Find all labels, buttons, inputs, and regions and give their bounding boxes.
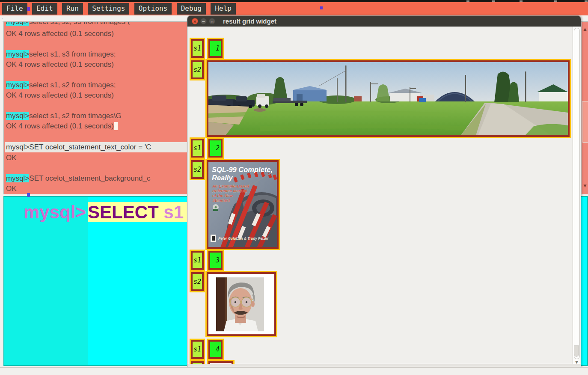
history-line: mysql>SET ocelot_statement_background_c	[6, 173, 151, 184]
menu-options[interactable]: Options	[134, 3, 172, 15]
grid-cell-s1-row1[interactable]: 1	[207, 38, 224, 59]
svg-text:of the New: of the New	[212, 193, 233, 198]
sql-keyword: SELECT	[88, 202, 159, 222]
grid-cell-s1-row2[interactable]: 2	[207, 137, 224, 159]
menu-bar: File Edit Run Settings Options Debug Hel…	[0, 2, 588, 15]
history-scrollbar[interactable]: ▲ ▼	[581, 22, 588, 194]
result-grid-window[interactable]: ✕ − ▫ result grid widget s1 1 s2	[187, 15, 581, 367]
svg-text:SQL-99 Complete,: SQL-99 Complete,	[212, 166, 273, 173]
mysql-prompt: mysql>	[6, 112, 29, 120]
menu-run[interactable]: Run	[62, 3, 83, 15]
scroll-up-icon[interactable]: ▲	[583, 27, 587, 31]
history-line: mysql>select s1, s3 from timages;	[6, 49, 116, 60]
cursor-marker-icon	[27, 193, 30, 197]
tray-icon	[520, 0, 523, 2]
bottom-strip	[0, 367, 588, 375]
mysql-prompt: mysql>	[24, 200, 88, 224]
window-title: result grid widget	[223, 17, 276, 26]
window-titlebar[interactable]: ✕ − ▫ result grid widget	[187, 16, 581, 27]
menu-help[interactable]: Help	[211, 3, 236, 15]
grid-cell-s2-row1[interactable]	[205, 59, 571, 138]
mysql-prompt: mysql>	[6, 174, 29, 182]
result-grid-scrollbar[interactable]: ▼	[573, 27, 580, 364]
menu-settings[interactable]: Settings	[88, 3, 129, 15]
history-line: OK 4 rows affected (0.1 seconds)	[6, 29, 114, 39]
grid-cell-s1-row4[interactable]: 4	[207, 339, 224, 360]
mysql-prompt: mysql>	[6, 81, 29, 89]
grid-header-s2[interactable]: s2	[190, 59, 205, 80]
svg-text:An Example-Based: An Example-Based	[212, 184, 249, 188]
close-icon[interactable]: ✕	[192, 18, 198, 24]
tray-icon	[492, 0, 495, 2]
scroll-down-icon[interactable]: ▼	[583, 184, 587, 188]
minimize-icon[interactable]: −	[200, 18, 207, 24]
history-line: OK	[6, 184, 17, 194]
text-cursor	[114, 122, 118, 130]
svg-text:Really: Really	[212, 174, 233, 182]
history-line: mysql>select s1, s2, s3 from timages (	[6, 21, 130, 27]
menu-debug[interactable]: Debug	[177, 3, 206, 15]
grid-cell-s2-row2[interactable]: SQL-99 Complete, Really An Example-Based…	[205, 159, 280, 250]
scrollbar-thumb[interactable]	[574, 28, 580, 359]
history-line: OK 4 rows affected (0.1 seconds)	[6, 60, 114, 70]
grid-header-s2[interactable]: s2	[190, 271, 205, 292]
mysql-prompt: mysql>	[6, 50, 29, 58]
tray-icon	[585, 0, 588, 2]
landscape-photo	[208, 62, 568, 135]
cursor-marker-icon	[27, 7, 30, 11]
result-grid: s1 1 s2	[188, 27, 580, 364]
grid-header-s1[interactable]: s1	[190, 250, 205, 271]
grid-header-s1[interactable]: s1	[190, 339, 205, 360]
book-cover-photo: SQL-99 Complete, Really An Example-Based…	[208, 162, 277, 247]
history-scrollbar-thumb[interactable]	[582, 101, 588, 143]
menu-edit[interactable]: Edit	[32, 3, 57, 15]
history-line: mysql>select s1, s2 from timages\G	[6, 111, 122, 121]
svg-text:Reference Manual: Reference Manual	[212, 188, 247, 193]
tray-icon	[466, 0, 469, 2]
grid-cell-s2-row3[interactable]	[205, 271, 277, 337]
tray-icon	[554, 0, 557, 2]
grid-header-s1[interactable]: s1	[190, 137, 205, 159]
svg-text:Peter Gulutzan & Trudy Pelzer: Peter Gulutzan & Trudy Pelzer	[218, 237, 269, 241]
mysql-prompt: mysql>	[6, 21, 29, 26]
scrollbar-thumb-cap	[574, 345, 579, 357]
history-line: OK	[6, 153, 17, 163]
history-line: OK 4 rows affected (0.1 seconds)	[6, 121, 118, 131]
history-line: mysql>select s1, s2 from timages;	[6, 80, 116, 90]
grid-header-s1[interactable]: s1	[190, 38, 205, 59]
window-bottom-frame	[187, 364, 581, 367]
grid-cell-s1-row3[interactable]: 3	[207, 250, 224, 271]
menu-file[interactable]: File	[2, 3, 27, 15]
maximize-icon[interactable]: ▫	[209, 18, 215, 24]
panel-grip-icon: ⋮	[0, 19, 2, 25]
svg-text:Standard: Standard	[212, 198, 230, 202]
history-line: OK 4 rows affected (0.1 seconds)	[6, 90, 114, 101]
cursor-marker-icon	[320, 6, 323, 9]
portrait-photo	[216, 277, 264, 331]
mysql-prompt: mysql>	[6, 143, 29, 151]
sql-argument: s1	[159, 202, 184, 222]
grid-header-s2[interactable]: s2	[190, 159, 205, 180]
